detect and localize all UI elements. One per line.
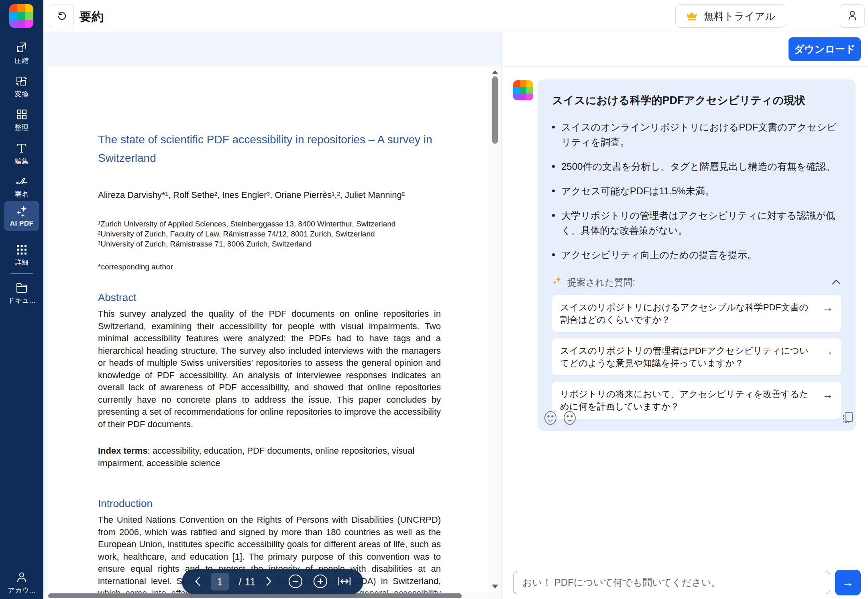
sparkle-icon — [552, 276, 562, 289]
feedback-row — [538, 410, 856, 426]
sidebar-item-label: 編集 — [15, 157, 29, 166]
corresponding-author-note: *corresponding author — [98, 263, 441, 271]
thumbs-up-smiley-button[interactable] — [543, 410, 558, 427]
summary-bullet: スイスのオンラインリポジトリにおけるPDF文書のアクセシビリティを調査。 — [552, 120, 841, 149]
download-bar: ダウンロード — [502, 32, 868, 67]
undo-rotate-icon — [56, 10, 67, 22]
summary-bullet-text: アクセス可能なPDFは11.5%未満。 — [561, 183, 715, 198]
sidebar-item-edit[interactable]: 編集 — [0, 142, 43, 166]
convert-icon — [15, 75, 28, 88]
paper-affiliation: ¹Zurich University of Applied Sciences, … — [98, 219, 441, 229]
send-button[interactable]: → — [835, 570, 861, 595]
summary-bullet-text: スイスのオンラインリポジトリにおけるPDF文書のアクセシビリティを調査。 — [561, 120, 841, 149]
page-title: 要約 — [79, 9, 104, 25]
collapse-suggestions-button[interactable] — [831, 279, 841, 286]
bullet-dot — [552, 165, 555, 168]
happy-face-icon — [543, 421, 558, 427]
fit-width-button[interactable] — [338, 576, 351, 588]
bullet-dot — [552, 214, 555, 217]
bullet-dot — [552, 126, 555, 128]
page-number-input[interactable]: 1 — [210, 573, 229, 591]
next-page-button[interactable] — [265, 576, 273, 588]
sidebar-item-documents[interactable]: ドキュ... — [0, 282, 43, 305]
sidebar-divider — [10, 273, 33, 274]
vertical-scrollbar[interactable] — [488, 66, 501, 593]
sidebar-item-label: 詳細 — [15, 258, 29, 267]
suggested-questions-label: 提案された質問: — [567, 276, 635, 289]
summary-bullet: 2500件の文書を分析し、タグと階層見出し構造の有無を確認。 — [552, 159, 841, 174]
paper-authors: Alireza Darvishy*¹, Rolf Sethe², Ines En… — [98, 190, 441, 200]
sidebar: 圧縮 変換 整理 編集 — [0, 0, 43, 599]
pdf-page: The state of scientific PDF accessibilit… — [47, 66, 488, 593]
bullet-dot — [552, 189, 555, 192]
summary-bullet: アクセス可能なPDFは11.5%未満。 — [552, 183, 841, 198]
suggested-questions-header: 提案された質問: — [552, 276, 841, 289]
index-terms-label: Index terms — [98, 446, 148, 456]
sad-face-icon — [562, 421, 577, 427]
minus-circle-icon — [288, 574, 303, 590]
arrow-right-icon[interactable]: → — [822, 301, 833, 326]
suggested-question[interactable]: スイスのリポジトリにおけるアクセシブルな科学PDF文書の割合はどのくらいですか？… — [552, 295, 841, 332]
send-arrow-icon: → — [842, 576, 854, 589]
download-button[interactable]: ダウンロード — [789, 37, 861, 61]
chevron-right-icon — [265, 576, 273, 588]
sidebar-item-convert[interactable]: 変換 — [0, 75, 43, 99]
index-terms: Index terms: accessibility, education, P… — [98, 445, 441, 469]
app-logo[interactable] — [9, 4, 33, 28]
paper-affiliation: ³University of Zurich, Rämistrasse 71, 8… — [98, 239, 441, 249]
more-grid-icon — [16, 244, 28, 256]
suggested-question-text: スイスのリポジトリの管理者はPDFアクセシビリティについてどのような意見や知識を… — [560, 344, 816, 369]
zoom-in-button[interactable] — [313, 574, 328, 590]
summary-bullet: 大学リポジトリの管理者はアクセシビリティに対する認識が低く、具体的な改善策がない… — [552, 208, 841, 238]
chevron-up-icon — [831, 279, 841, 286]
sidebar-item-label: AI PDF — [10, 220, 34, 228]
sidebar-item-label: アカウ... — [8, 586, 35, 595]
signature-icon — [15, 175, 29, 188]
summary-bullet: アクセシビリティ向上のための提言を提示。 — [552, 247, 841, 262]
copy-button[interactable] — [841, 411, 854, 426]
vertical-scroll-thumb[interactable] — [492, 76, 498, 144]
sidebar-item-more[interactable]: 詳細 — [0, 244, 43, 267]
zoom-out-button[interactable] — [288, 574, 303, 590]
summary-bullet-text: 2500件の文書を分析し、タグと階層見出し構造の有無を確認。 — [561, 159, 835, 174]
ai-chat-panel: ダウンロード スイスにおける科学的PDFアクセシビリティの現状 スイスのオンライ… — [502, 32, 868, 599]
sidebar-item-label: ドキュ... — [8, 296, 35, 305]
scroll-down-icon[interactable] — [491, 584, 499, 589]
chevron-left-icon — [194, 576, 201, 588]
summary-bullet-text: 大学リポジトリの管理者はアクセシビリティに対する認識が低く、具体的な改善策がない… — [561, 208, 841, 238]
free-trial-label: 無料トライアル — [704, 10, 775, 23]
sidebar-item-account[interactable]: アカウ... — [0, 571, 43, 595]
back-button[interactable] — [50, 4, 74, 27]
account-avatar-button[interactable] — [840, 4, 865, 28]
suggested-question[interactable]: スイスのリポジトリの管理者はPDFアクセシビリティについてどのような意見や知識を… — [552, 338, 841, 375]
thumbs-down-smiley-button[interactable] — [562, 410, 577, 427]
ai-pdf-inner: AI PDF — [0, 205, 43, 228]
folder-icon — [15, 282, 28, 294]
chat-input-row: → — [502, 571, 868, 596]
free-trial-button[interactable]: 無料トライアル — [675, 4, 785, 28]
summary-bullet-text: アクセシビリティ向上のための提言を提示。 — [561, 247, 757, 262]
chat-input[interactable] — [513, 571, 830, 594]
ai-sparkles-icon — [15, 205, 29, 218]
page-count-separator: / — [238, 576, 241, 588]
previous-page-button[interactable] — [194, 576, 201, 588]
sidebar-item-sign[interactable]: 署名 — [0, 175, 43, 199]
sidebar-item-label: 変換 — [15, 90, 29, 99]
arrow-right-icon[interactable]: → — [822, 388, 833, 413]
arrow-right-icon[interactable]: → — [822, 344, 833, 369]
bullet-dot — [552, 253, 555, 256]
abstract-paragraph: This survey analyzed the quality of the … — [98, 308, 441, 430]
crown-icon — [685, 10, 698, 22]
summary-message-card: スイスにおける科学的PDFアクセシビリティの現状 スイスのオンラインリポジトリに… — [538, 79, 856, 431]
sidebar-item-organize[interactable]: 整理 — [0, 108, 43, 132]
organize-icon — [15, 108, 28, 121]
edit-text-icon — [15, 142, 28, 155]
paper-title: The state of scientific PDF accessibilit… — [98, 130, 441, 167]
sidebar-item-ai-pdf[interactable]: AI PDF — [4, 201, 39, 231]
sidebar-item-label: 整理 — [15, 123, 29, 132]
scroll-up-icon[interactable] — [491, 69, 499, 75]
suggested-question-text: スイスのリポジトリにおけるアクセシブルな科学PDF文書の割合はどのくらいですか？ — [560, 301, 816, 326]
paper-affiliation: ²University of Zurich, Faculty of Law, R… — [98, 229, 441, 239]
sidebar-item-label: 署名 — [15, 190, 29, 199]
sidebar-item-compress[interactable]: 圧縮 — [0, 41, 43, 65]
